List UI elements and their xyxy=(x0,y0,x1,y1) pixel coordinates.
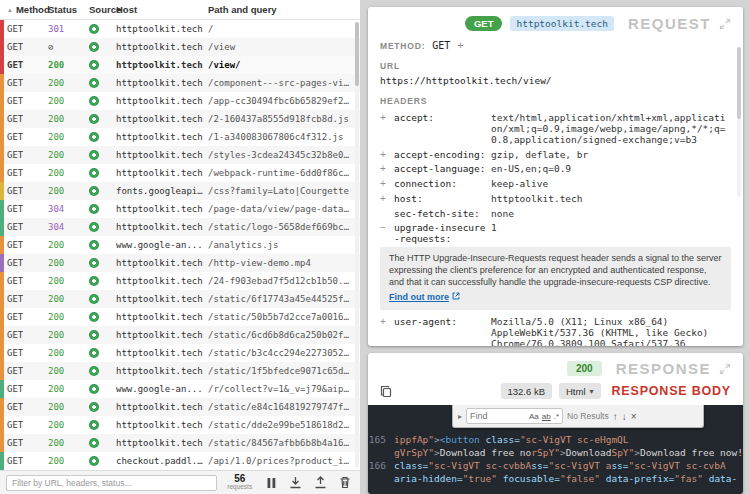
header-key: upgrade-insecure-requests: xyxy=(394,222,491,244)
pause-capture-button[interactable] xyxy=(262,474,280,492)
path-cell: /static/1f5bfedce9071c65dbb6... xyxy=(208,366,360,376)
header-key: accept-encoding: xyxy=(394,149,491,161)
line-number xyxy=(368,472,394,485)
source-cell xyxy=(82,276,116,286)
whole-word-icon[interactable]: ab xyxy=(542,412,551,421)
find-previous-icon[interactable]: ↑ xyxy=(613,411,618,422)
expand-docs-icon[interactable]: + xyxy=(380,149,394,161)
column-source[interactable]: Source xyxy=(82,4,116,15)
status-cell: 200 xyxy=(48,168,82,178)
status-cell: 200 xyxy=(48,240,82,250)
header-key: sec-fetch-site: xyxy=(394,208,491,219)
source-cell xyxy=(82,78,116,88)
request-header-row: +user-agent:Mozilla/5.0 (X11; Linux x86_… xyxy=(380,316,731,346)
regex-icon[interactable]: .* xyxy=(554,412,559,421)
request-row[interactable]: GET200httptoolkit.tech/http-view-demo.mp… xyxy=(0,254,360,272)
expand-docs-icon[interactable]: + xyxy=(380,316,394,346)
expand-docs-icon[interactable]: + xyxy=(380,178,394,190)
request-row[interactable]: GET200httptoolkit.tech/webpack-runtime-6… xyxy=(0,164,360,182)
clear-requests-button[interactable] xyxy=(336,474,354,492)
match-case-icon[interactable]: Aa xyxy=(529,412,539,421)
request-row[interactable]: GET200httptoolkit.tech/2-160437a8555d918… xyxy=(0,110,360,128)
method-cell: GET xyxy=(4,24,48,34)
list-scrollbar[interactable] xyxy=(355,22,359,468)
host-cell: httptoolkit.tech xyxy=(116,78,208,88)
method-cell: GET xyxy=(4,240,48,250)
method-cell: GET xyxy=(4,60,48,70)
path-cell: /static/6f17743a45e44525f83e... xyxy=(208,294,360,304)
request-row[interactable]: GET200httptoolkit.tech/static/dde2e99be5… xyxy=(0,416,360,434)
request-row[interactable]: GET200httptoolkit.tech/view/ xyxy=(0,56,360,74)
export-button[interactable] xyxy=(287,474,305,492)
method-cell: GET xyxy=(4,258,48,268)
collapse-docs-icon[interactable]: − xyxy=(380,222,394,244)
response-body-editor[interactable]: <ul ▸ Aa ab .* No Results ↑ ↓ × 165ippfA… xyxy=(368,405,743,494)
source-cell xyxy=(82,456,116,466)
status-cell: 200 xyxy=(48,330,82,340)
column-status[interactable]: Status xyxy=(48,4,82,15)
close-find-icon[interactable]: × xyxy=(631,411,637,422)
request-row[interactable]: GET200httptoolkit.tech/static/b3c4cc294e… xyxy=(0,344,360,362)
format-select[interactable]: Html ▾ xyxy=(559,383,601,399)
request-header-row: sec-fetch-site:none xyxy=(380,208,731,219)
method-cell: GET xyxy=(4,222,48,232)
request-row[interactable]: GET200httptoolkit.tech/static/50b5b7d2cc… xyxy=(0,308,360,326)
request-row[interactable]: GET304httptoolkit.tech/static/logo-5658d… xyxy=(0,218,360,236)
column-host[interactable]: Host xyxy=(116,4,208,15)
chrome-icon xyxy=(89,240,99,250)
toggle-replace-icon[interactable]: ▸ xyxy=(458,412,462,421)
code-text: class="sc-VigVT sc-cvbbAss="sc-VigVT ass… xyxy=(394,459,743,472)
request-row[interactable]: GET200httptoolkit.tech/1-a340083067806c4… xyxy=(0,128,360,146)
find-out-more-link[interactable]: Find out more xyxy=(389,292,460,304)
request-scrollbar[interactable] xyxy=(737,47,741,197)
expand-docs-icon[interactable]: + xyxy=(380,112,394,146)
header-key: connection: xyxy=(394,178,491,190)
code-lines: 165ippfAp"><button class="sc-VigVT sc-eH… xyxy=(368,433,743,485)
request-row[interactable]: GET200fonts.googleapi.../css?family=Lato… xyxy=(0,182,360,200)
status-cell: 200 xyxy=(48,78,82,88)
expand-response-icon[interactable] xyxy=(719,363,731,375)
request-row[interactable]: GET200checkout.paddl.../api/1.0/prices?p… xyxy=(0,452,360,470)
path-cell: /2-160437a8555d918fcb8d.js xyxy=(208,114,360,124)
request-row[interactable]: GET200www.google-an.../r/collect?v=1&_v=… xyxy=(0,380,360,398)
request-row[interactable]: GET200www.google-an.../analytics.js xyxy=(0,236,360,254)
chrome-icon xyxy=(89,348,99,358)
path-cell: /static/dde2e99be518618d2cbc... xyxy=(208,420,360,430)
request-row[interactable]: GET200httptoolkit.tech/static/84567afbb6… xyxy=(0,434,360,452)
request-row[interactable]: GET304httptoolkit.tech/page-data/view/pa… xyxy=(0,200,360,218)
path-cell: /view xyxy=(208,42,360,52)
request-row[interactable]: GET200httptoolkit.tech/24-f903ebad7f5d12… xyxy=(0,272,360,290)
request-row[interactable]: GET200httptoolkit.tech/static/6f17743a45… xyxy=(0,290,360,308)
request-row[interactable]: GET200httptoolkit.tech/static/6cd6b8d6ca… xyxy=(0,326,360,344)
find-next-icon[interactable]: ↓ xyxy=(622,411,627,422)
source-cell xyxy=(82,348,116,358)
request-row[interactable]: GET200httptoolkit.tech/app-cc30494fbc6b6… xyxy=(0,92,360,110)
request-row[interactable]: GET301httptoolkit.tech/ xyxy=(0,20,360,38)
request-scrollbar-thumb[interactable] xyxy=(737,47,741,119)
chrome-icon xyxy=(89,222,99,232)
find-input[interactable] xyxy=(470,411,526,421)
method-cell: GET xyxy=(4,276,48,286)
import-button[interactable] xyxy=(312,474,330,492)
method-cell: GET xyxy=(4,96,48,106)
list-scrollbar-thumb[interactable] xyxy=(355,22,359,86)
request-row[interactable]: GET⊘httptoolkit.tech/view xyxy=(0,38,360,56)
code-text: ippfAp"><button class="sc-VigVT sc-eHgmQ… xyxy=(394,433,743,446)
host-cell: httptoolkit.tech xyxy=(116,348,208,358)
request-row[interactable]: GET200httptoolkit.tech/static/1f5bfedce9… xyxy=(0,362,360,380)
table-header: ▲Method Status Source Host Path and quer… xyxy=(0,0,360,20)
copy-icon[interactable] xyxy=(380,385,392,398)
request-header-row: +host:httptoolkit.tech xyxy=(380,193,731,205)
expand-docs-icon[interactable]: + xyxy=(380,193,394,205)
header-key: accept-language: xyxy=(394,163,491,175)
expand-docs-icon[interactable]: + xyxy=(380,163,394,175)
pause-icon xyxy=(266,477,277,489)
add-icon[interactable]: + xyxy=(457,40,463,51)
filter-input[interactable] xyxy=(6,475,217,491)
column-method[interactable]: ▲Method xyxy=(4,4,48,15)
request-row[interactable]: GET200httptoolkit.tech/static/e84c164819… xyxy=(0,398,360,416)
expand-request-icon[interactable] xyxy=(719,18,731,30)
column-path[interactable]: Path and query xyxy=(208,4,360,15)
request-row[interactable]: GET200httptoolkit.tech/component---src-p… xyxy=(0,74,360,92)
request-row[interactable]: GET200httptoolkit.tech/styles-3cdea24345… xyxy=(0,146,360,164)
